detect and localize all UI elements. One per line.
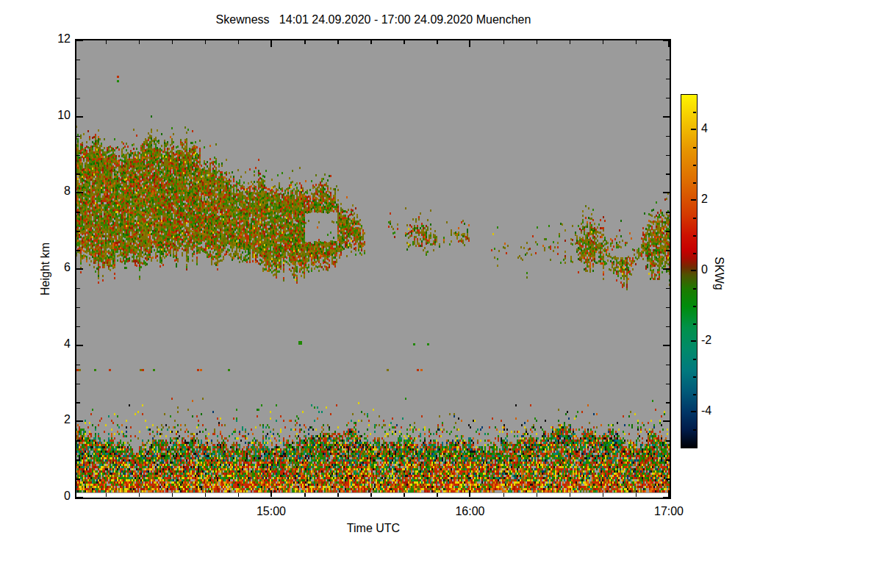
x-axis-top-minor-tick [537,40,538,44]
y-axis-right-minor-tick [666,136,670,137]
colorbar-minor-tick [693,112,696,113]
y-axis-right-tick [663,497,670,498]
plot-frame [75,39,671,499]
x-axis-minor-tick [337,493,339,497]
y-axis-minor-tick [76,250,80,251]
colorbar-tick-label: 0 [701,263,708,276]
y-axis-tick [76,345,83,346]
colorbar-tick-label: 2 [701,193,708,206]
y-axis-right-minor-tick [666,288,670,290]
x-axis-top-minor-tick [503,40,505,44]
x-axis-minor-tick [537,493,538,497]
y-axis-tick [76,268,83,270]
y-axis-tick [76,420,83,422]
y-axis-minor-tick [76,459,80,461]
y-axis-right-minor-tick [666,155,670,157]
y-axis-minor-tick [76,365,80,366]
x-axis-top-minor-tick [205,40,207,44]
x-axis-minor-tick [304,493,306,497]
y-axis-right-minor-tick [666,440,670,442]
colorbar-minor-tick [693,218,696,219]
x-axis-top-minor-tick [106,40,107,44]
x-axis-tick-label: 15:00 [257,505,286,518]
y-axis-minor-tick [76,231,80,232]
y-axis-right-minor-tick [666,250,670,251]
y-axis-tick-label: 12 [26,32,71,46]
colorbar-tick [691,411,696,412]
y-axis-right-minor-tick [666,326,670,328]
y-axis-right-minor-tick [666,402,670,404]
colorbar-tick-label: -2 [701,334,711,347]
x-axis-top-minor-tick [437,40,438,44]
y-axis-right-tick [663,420,670,422]
y-axis-right-minor-tick [666,307,670,309]
x-axis-tick [469,490,470,497]
y-axis-right-minor-tick [666,384,670,385]
skewness-quicklook-figure: Skewness 14:01 24.09.2020 - 17:00 24.09.… [0,0,882,588]
y-axis-tick-label: 8 [26,184,71,198]
x-axis-label: Time UTC [75,522,672,535]
x-axis-top-tick [469,40,470,47]
y-axis-right-minor-tick [666,459,670,461]
x-axis-tick-label: 16:00 [455,505,484,518]
y-axis-tick-label: 10 [26,109,71,122]
y-axis-minor-tick [76,173,80,175]
y-axis-right-minor-tick [666,98,670,99]
x-axis-top-minor-tick [304,40,306,44]
x-axis-minor-tick [636,493,637,497]
colorbar-minor-tick [693,394,696,395]
y-axis-right-minor-tick [666,212,670,213]
colorbar-minor-tick [693,288,696,290]
y-axis-tick-label: 6 [26,261,71,274]
x-axis-top-tick [270,40,272,47]
x-axis-minor-tick [503,493,505,497]
y-axis-tick-label: 2 [26,413,71,426]
y-axis-minor-tick [76,79,80,80]
x-axis-minor-tick [238,493,240,497]
y-axis-minor-tick [76,98,80,99]
x-axis-top-minor-tick [636,40,637,44]
x-axis-minor-tick [139,493,140,497]
colorbar-minor-tick [693,306,696,307]
colorbar-minor-tick [693,376,696,378]
y-axis-minor-tick [76,60,80,61]
chart-title: Skewness 14:01 24.09.2020 - 17:00 24.09.… [75,13,672,26]
x-axis-top-minor-tick [337,40,339,44]
colorbar-minor-tick [693,182,696,184]
x-axis-minor-tick [570,493,571,497]
x-axis-top-minor-tick [238,40,240,44]
y-axis-right-tick [663,116,670,118]
y-axis-right-minor-tick [666,60,670,61]
y-axis-right-minor-tick [666,79,670,80]
x-axis-tick-label: 17:00 [654,505,684,518]
x-axis-minor-tick [370,493,372,497]
y-axis-minor-tick [76,478,80,480]
y-axis-tick [76,497,83,498]
x-axis-top-minor-tick [603,40,604,44]
y-axis-minor-tick [76,384,80,385]
y-axis-tick-label: 4 [26,337,71,351]
x-axis-minor-tick [106,493,107,497]
y-axis-minor-tick [76,307,80,309]
x-axis-top-tick [668,40,670,47]
x-axis-minor-tick [404,493,405,497]
colorbar-tick-label: 4 [701,122,708,135]
x-axis-minor-tick [172,493,173,497]
colorbar-minor-tick [693,235,696,237]
colorbar-minor-tick [693,359,696,360]
colorbar-tick-label: -4 [701,404,711,417]
x-axis-top-minor-tick [172,40,173,44]
colorbar-label: SKWg [712,257,725,290]
colorbar-minor-tick [693,323,696,325]
y-axis-minor-tick [76,440,80,442]
x-axis-minor-tick [603,493,604,497]
y-axis-right-minor-tick [666,231,670,232]
colorbar-tick [691,270,696,271]
y-axis-minor-tick [76,136,80,137]
x-axis-minor-tick [437,493,438,497]
y-axis-right-tick [663,345,670,346]
colorbar-minor-tick [693,147,696,148]
y-axis-right-minor-tick [666,365,670,366]
colorbar-tick [691,340,696,342]
x-axis-top-minor-tick [370,40,372,44]
